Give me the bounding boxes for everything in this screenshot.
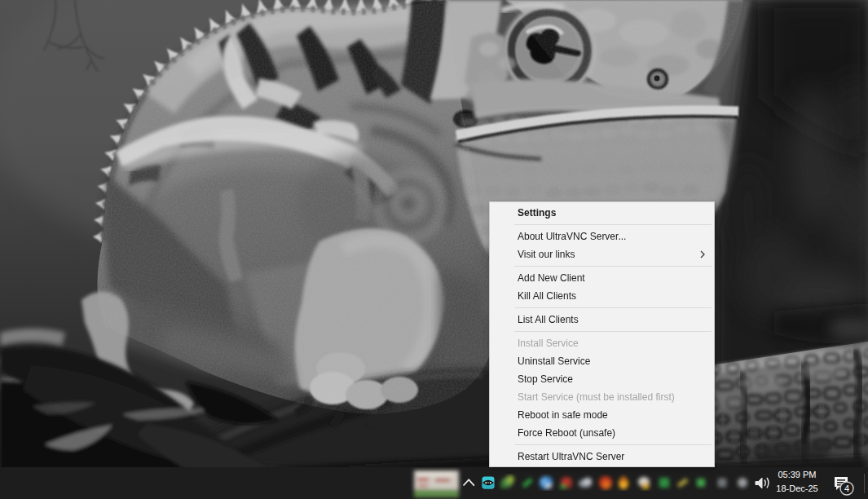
svg-text:4: 4	[844, 484, 849, 493]
